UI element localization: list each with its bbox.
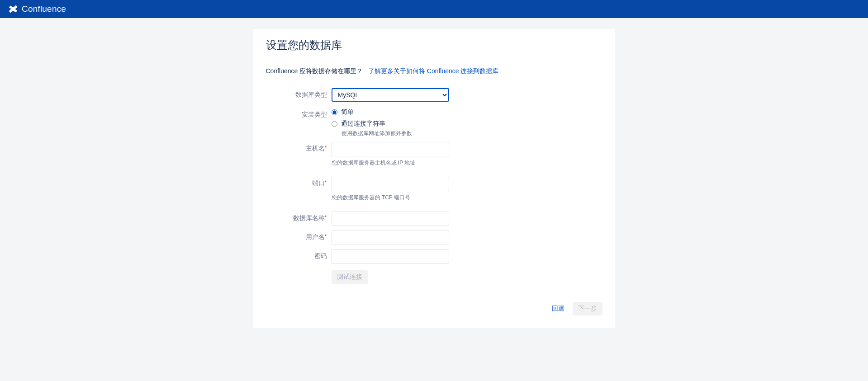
host-input[interactable] bbox=[332, 142, 449, 156]
next-button: 下一步 bbox=[573, 302, 602, 315]
back-button[interactable]: 回退 bbox=[546, 302, 570, 315]
learn-more-link[interactable]: 了解更多关于如何将 Confluence 连接到数据库 bbox=[368, 67, 499, 75]
label-install-type: 安装类型 bbox=[266, 108, 332, 119]
port-input[interactable] bbox=[332, 177, 449, 191]
radio-conn-string[interactable] bbox=[332, 121, 337, 127]
host-hint: 您的数据库服务器主机名或 IP 地址 bbox=[332, 159, 449, 167]
radio-conn-string-label[interactable]: 通过连接字符串 bbox=[332, 120, 602, 128]
lead-text: Confluence 应将数据存储在哪里？ bbox=[266, 67, 363, 75]
card-footer: 回退 下一步 bbox=[266, 302, 602, 315]
top-bar: Confluence bbox=[0, 0, 868, 18]
password-input[interactable] bbox=[332, 249, 449, 264]
label-password: 密码 bbox=[266, 249, 332, 260]
label-host: 主机名* bbox=[266, 142, 332, 153]
label-port: 端口* bbox=[266, 177, 332, 188]
db-type-select[interactable]: MySQL bbox=[332, 88, 449, 102]
user-input[interactable] bbox=[332, 230, 449, 245]
db-name-input[interactable] bbox=[332, 212, 449, 226]
page-title: 设置您的数据库 bbox=[266, 38, 602, 59]
setup-card: 设置您的数据库 Confluence 应将数据存储在哪里？ 了解更多关于如何将 … bbox=[253, 29, 615, 328]
label-db-type: 数据库类型 bbox=[266, 88, 332, 99]
radio-simple-label[interactable]: 简单 bbox=[332, 108, 602, 116]
radio-simple[interactable] bbox=[332, 109, 337, 115]
test-connection-button: 测试连接 bbox=[332, 270, 368, 284]
lead-paragraph: Confluence 应将数据存储在哪里？ 了解更多关于如何将 Confluen… bbox=[266, 67, 602, 75]
conn-string-hint: 使用数据库网址添加额外参数 bbox=[342, 130, 602, 137]
label-db-name: 数据库名称* bbox=[266, 212, 332, 222]
brand-name: Confluence bbox=[22, 4, 66, 14]
label-user: 用户名* bbox=[266, 230, 332, 241]
confluence-logo-icon bbox=[8, 4, 18, 14]
port-hint: 您的数据库服务器的 TCP 端口号 bbox=[332, 194, 449, 202]
